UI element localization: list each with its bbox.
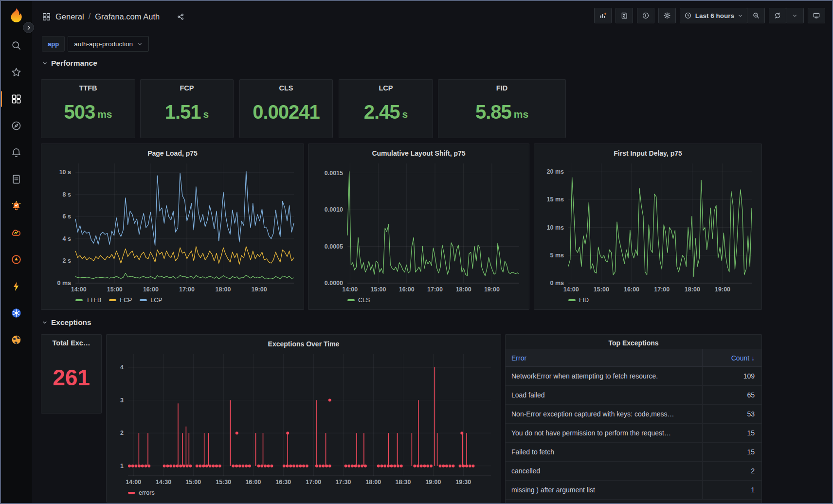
variable-value-dropdown[interactable]: auth-app-production bbox=[68, 36, 149, 52]
page-load-chart[interactable]: 14:0015:0016:0017:0018:0019:000 ms2 s4 s… bbox=[45, 160, 300, 295]
stat-panel-ttfb[interactable]: TTFB 503 ms bbox=[41, 79, 135, 138]
time-range-label: Last 6 hours bbox=[695, 12, 734, 19]
save-dashboard-button[interactable] bbox=[616, 8, 633, 23]
svg-text:19:30: 19:30 bbox=[455, 479, 471, 486]
panel-title[interactable]: Page Load, p75 bbox=[45, 147, 300, 160]
add-panel-icon bbox=[599, 12, 607, 19]
table-row: NetworkError when attempting to fetch re… bbox=[506, 367, 761, 386]
stat-panel-fcp[interactable]: FCP 1.51 s bbox=[140, 79, 234, 138]
legend-item-cls[interactable]: CLS bbox=[347, 297, 370, 304]
chevron-down-icon bbox=[738, 13, 743, 18]
dashboard-settings-button[interactable] bbox=[658, 8, 676, 23]
breadcrumb-folder[interactable]: General bbox=[55, 12, 84, 21]
grafana-logo[interactable] bbox=[7, 6, 25, 24]
active-indicator bbox=[0, 91, 2, 107]
chevron-right-icon bbox=[26, 25, 32, 31]
time-range-picker[interactable]: Last 6 hours bbox=[680, 8, 747, 23]
chevron-down-icon bbox=[792, 13, 797, 18]
sidebar-item-alerting[interactable] bbox=[0, 139, 32, 166]
sidebar-item-web[interactable] bbox=[0, 326, 32, 353]
column-header-error[interactable]: Error bbox=[506, 349, 702, 366]
cell-count: 15 bbox=[702, 443, 761, 461]
refresh-button[interactable] bbox=[769, 8, 786, 23]
stat-value: 2.45 s bbox=[364, 92, 408, 138]
column-header-count[interactable]: Count ↓ bbox=[702, 349, 761, 366]
cell-error: cancelled bbox=[506, 462, 702, 480]
share-dashboard-button[interactable] bbox=[177, 13, 185, 21]
dashboard-insights-button[interactable] bbox=[637, 8, 654, 23]
svg-text:14:30: 14:30 bbox=[156, 479, 171, 486]
sidebar-toggle-button[interactable] bbox=[23, 22, 34, 33]
svg-text:18:00: 18:00 bbox=[685, 286, 700, 293]
panel-title[interactable]: Top Exceptions bbox=[506, 337, 761, 349]
legend-item-errors[interactable]: errors bbox=[128, 489, 155, 496]
cell-count: 65 bbox=[702, 386, 761, 404]
starred-icon bbox=[11, 67, 22, 78]
add-panel-button[interactable] bbox=[594, 8, 612, 23]
panel-title[interactable]: Total Exc… bbox=[53, 339, 91, 347]
svg-text:15:00: 15:00 bbox=[185, 479, 201, 486]
sidebar-item-docs[interactable] bbox=[0, 166, 32, 193]
breadcrumb: General / Grafana.com Auth bbox=[42, 10, 185, 23]
stat-value: 1.51 s bbox=[165, 92, 209, 138]
zoom-out-icon bbox=[752, 12, 760, 19]
cell-count: 1 bbox=[702, 481, 761, 499]
legend-item-lcp[interactable]: LCP bbox=[140, 297, 162, 304]
refresh-icon bbox=[774, 12, 781, 19]
sidebar-item-kubernetes[interactable] bbox=[0, 300, 32, 326]
legend-label: FCP bbox=[120, 297, 132, 304]
sidebar-item-explore[interactable] bbox=[0, 112, 32, 139]
exceptions-chart[interactable]: 14:0014:3015:0015:3016:0016:3017:0017:30… bbox=[110, 350, 497, 487]
legend-swatch bbox=[140, 299, 147, 301]
panel-fid: First Input Delay, p75 14:0015:0016:0017… bbox=[534, 144, 762, 310]
legend-item-fcp[interactable]: FCP bbox=[109, 297, 132, 304]
top-exceptions-table: Error Count ↓ NetworkError when attempti… bbox=[506, 349, 761, 504]
kubernetes-icon bbox=[11, 307, 22, 319]
template-variables: app auth-app-production bbox=[42, 36, 149, 52]
panel-title[interactable]: First Input Delay, p75 bbox=[538, 147, 758, 160]
sidebar-item-incident[interactable] bbox=[0, 246, 32, 273]
docs-icon bbox=[11, 174, 22, 185]
svg-text:17:00: 17:00 bbox=[179, 286, 195, 293]
legend-item-fid[interactable]: FID bbox=[568, 297, 589, 304]
cls-chart[interactable]: 14:0015:0016:0017:0018:0019:000.00000.00… bbox=[312, 160, 525, 295]
search-icon bbox=[11, 40, 22, 51]
kiosk-mode-button[interactable] bbox=[808, 8, 825, 23]
svg-text:1: 1 bbox=[120, 463, 124, 469]
share-icon bbox=[177, 13, 185, 21]
legend-item-ttfb[interactable]: TTFB bbox=[75, 297, 101, 304]
section-exceptions[interactable]: Exceptions bbox=[42, 318, 91, 327]
section-performance[interactable]: Performance bbox=[42, 59, 97, 68]
svg-text:16:30: 16:30 bbox=[275, 479, 291, 486]
stat-panel-lcp[interactable]: LCP 2.45 s bbox=[339, 79, 433, 138]
stat-title: FID bbox=[496, 84, 507, 92]
sidebar-item-dashboards[interactable] bbox=[0, 86, 32, 112]
zoom-out-button[interactable] bbox=[747, 8, 765, 23]
svg-text:10 s: 10 s bbox=[59, 169, 71, 176]
sidebar-item-starred[interactable] bbox=[0, 59, 32, 86]
svg-text:18:00: 18:00 bbox=[365, 479, 381, 486]
column-header-count-label: Count bbox=[731, 354, 749, 362]
cell-count: 53 bbox=[702, 405, 761, 423]
sidebar-item-search[interactable] bbox=[0, 32, 32, 59]
table-row: Non-Error exception captured with keys: … bbox=[506, 405, 761, 424]
refresh-interval-button[interactable] bbox=[786, 8, 804, 23]
stat-title: CLS bbox=[279, 84, 293, 92]
stat-panel-fid[interactable]: FID 5.85 ms bbox=[438, 79, 566, 138]
chart-legend: FID bbox=[538, 295, 758, 306]
legend-label: FID bbox=[579, 297, 589, 304]
sidebar-item-oncall[interactable] bbox=[0, 193, 32, 219]
svg-text:20 ms: 20 ms bbox=[547, 168, 564, 175]
stat-panel-cls[interactable]: CLS 0.00241 bbox=[239, 79, 333, 138]
panel-cls: Cumulative Layout Shift, p75 14:0015:001… bbox=[308, 144, 529, 310]
sidebar-item-performance[interactable] bbox=[0, 273, 32, 300]
breadcrumb-dashboard-title[interactable]: Grafana.com Auth bbox=[95, 12, 160, 21]
fid-chart[interactable]: 14:0015:0016:0017:0018:0019:000 ms5 ms10… bbox=[538, 160, 758, 295]
sidebar-item-machine-learning[interactable] bbox=[0, 219, 32, 246]
svg-text:0.0015: 0.0015 bbox=[325, 170, 343, 177]
variable-label-app[interactable]: app bbox=[42, 36, 65, 52]
star-dashboard-button[interactable] bbox=[164, 13, 172, 21]
table-body: NetworkError when attempting to fetch re… bbox=[506, 367, 761, 500]
panel-title[interactable]: Exceptions Over Time bbox=[110, 338, 497, 350]
panel-title[interactable]: Cumulative Layout Shift, p75 bbox=[312, 147, 525, 160]
